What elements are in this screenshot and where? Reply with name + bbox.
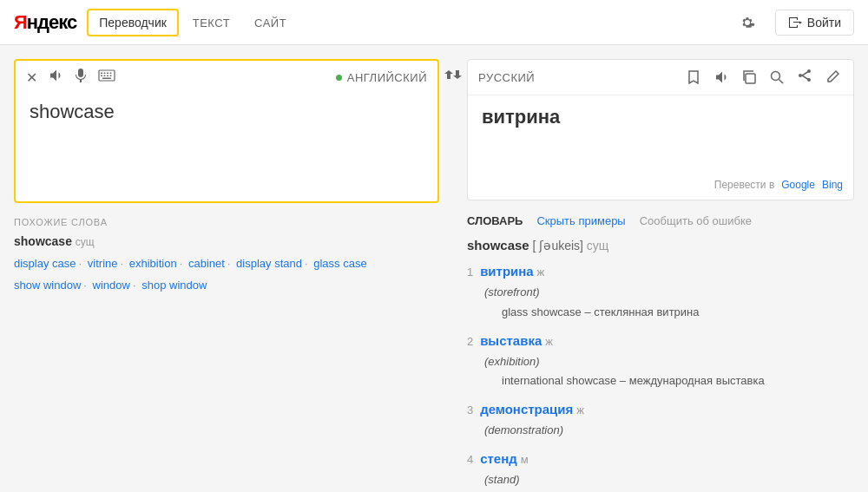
dict-gender-3: ж [576, 403, 584, 417]
tab-site[interactable]: САЙТ [244, 11, 297, 35]
link-cabinet[interactable]: cabinet [188, 257, 225, 270]
svg-point-13 [807, 69, 811, 73]
source-lang-text: АНГЛИЙСКИЙ [347, 71, 427, 84]
dict-translation-3[interactable]: демонстрация [480, 402, 573, 417]
similar-section: ПОХОЖИЕ СЛОВА showcase сущ display case·… [14, 217, 439, 296]
login-button[interactable]: Войти [775, 10, 854, 36]
speaker-right-icon[interactable] [711, 67, 732, 88]
svg-rect-3 [107, 73, 108, 75]
settings-button[interactable] [733, 9, 761, 36]
dict-translation-1[interactable]: витрина [480, 264, 534, 279]
bookmark-icon[interactable] [683, 67, 704, 88]
dict-translation-2[interactable]: выставка [480, 333, 542, 348]
svg-rect-8 [110, 75, 112, 77]
google-translate-link[interactable]: Google [781, 179, 815, 191]
dict-translation-4[interactable]: стенд [480, 451, 517, 466]
link-show-window[interactable]: show window [14, 279, 81, 292]
bing-translate-link[interactable]: Bing [822, 179, 843, 191]
dict-subexample-2: international showcase – международная в… [502, 372, 854, 390]
similar-word-text[interactable]: showcase [14, 234, 72, 248]
target-box: РУССКИЙ [467, 59, 854, 200]
mic-svg [74, 68, 88, 83]
link-display-stand[interactable]: display stand [236, 257, 302, 270]
dict-entry-3: 3 демонстрация ж (demonstration) [467, 399, 854, 440]
dict-num-3: 3 [467, 403, 473, 417]
svg-rect-4 [110, 73, 112, 75]
header: Яндекс Переводчик ТЕКСТ САЙТ Войти [0, 0, 868, 45]
svg-rect-5 [101, 75, 102, 77]
translation-area: витрина Перевести в Google Bing [468, 95, 853, 200]
similar-word: showcase сущ [14, 234, 439, 248]
edit-icon[interactable] [822, 67, 843, 88]
source-box: ✕ [14, 59, 439, 203]
lang-dot [336, 75, 342, 81]
report-error-link[interactable]: Сообщить об ошибке [640, 214, 752, 227]
svg-rect-6 [104, 75, 106, 77]
svg-rect-9 [102, 78, 111, 80]
keyboard-icon[interactable] [98, 69, 115, 85]
keyboard-svg [98, 69, 115, 82]
target-toolbar: РУССКИЙ [468, 60, 853, 95]
target-lang-label: РУССКИЙ [478, 71, 535, 84]
dict-num-2: 2 [467, 335, 473, 348]
link-glass-case[interactable]: glass case [313, 257, 366, 270]
dict-entry-4: 4 стенд м (stand) [467, 449, 854, 489]
right-panel: РУССКИЙ [467, 59, 854, 492]
swap-button[interactable] [439, 59, 467, 492]
logo-ndex: ндекс [27, 11, 76, 33]
svg-line-12 [779, 80, 784, 84]
dict-example-1: (storefront) [484, 284, 854, 302]
source-input[interactable]: showcase [30, 101, 424, 187]
dict-gender-2: ж [545, 335, 553, 348]
target-icons [683, 67, 843, 88]
tab-translator[interactable]: Переводчик [87, 9, 179, 36]
dictionary-section: СЛОВАРЬ Скрыть примеры Сообщить об ошибк… [467, 214, 854, 492]
dict-tab-label[interactable]: СЛОВАРЬ [467, 214, 523, 227]
similar-section-label: ПОХОЖИЕ СЛОВА [14, 217, 439, 227]
dict-num-1: 1 [467, 266, 473, 279]
dict-gender-4: м [521, 453, 529, 466]
dict-example-2: (exhibition) [484, 353, 854, 371]
link-exhibition[interactable]: exhibition [129, 257, 177, 270]
similar-pos: сущ [76, 236, 95, 248]
hide-examples-link[interactable]: Скрыть примеры [536, 214, 625, 227]
link-shop-window[interactable]: shop window [141, 279, 207, 292]
copy-icon[interactable] [739, 67, 760, 88]
source-lang-label: АНГЛИЙСКИЙ [336, 71, 427, 84]
main-nav: Переводчик ТЕКСТ САЙТ [87, 9, 297, 36]
logo-ya: Я [14, 11, 27, 33]
yandex-logo: Яндекс [14, 11, 76, 34]
input-area: showcase [16, 94, 437, 201]
speaker-svg [48, 68, 63, 83]
svg-rect-1 [101, 73, 102, 75]
mic-icon[interactable] [74, 68, 88, 87]
header-right: Войти [733, 9, 854, 36]
dict-subexample-1: glass showcase – стеклянная витрина [502, 304, 854, 322]
dict-gender-1: ж [537, 266, 545, 279]
similar-links-line2: show window· window· shop window [14, 275, 439, 295]
dict-entry-word: showcase [467, 238, 529, 253]
translate-links: Перевести в Google Bing [714, 179, 843, 191]
main-content: ✕ [0, 45, 868, 492]
tab-text[interactable]: ТЕКСТ [182, 11, 240, 35]
search-icon[interactable] [766, 67, 787, 88]
link-window[interactable]: window [93, 279, 130, 292]
dict-pos-noun: сущ [587, 239, 609, 253]
dict-toolbar: СЛОВАРЬ Скрыть примеры Сообщить об ошибк… [467, 214, 854, 227]
speaker-icon[interactable] [48, 68, 63, 87]
dict-num-4: 4 [467, 453, 473, 466]
svg-rect-10 [746, 74, 755, 83]
translate-in-label: Перевести в [714, 179, 774, 191]
gear-icon [739, 14, 756, 31]
share-icon[interactable] [794, 67, 815, 88]
dict-entry-1: 1 витрина ж (storefront) glass showcase … [467, 261, 854, 322]
dict-entry-2: 2 выставка ж (exhibition) international … [467, 331, 854, 391]
login-icon [788, 16, 802, 30]
svg-point-15 [799, 74, 802, 77]
clear-icon[interactable]: ✕ [26, 69, 37, 86]
link-display-case[interactable]: display case [14, 257, 76, 270]
swap-arrows-icon [444, 68, 462, 82]
link-vitrine[interactable]: vitrine [88, 257, 118, 270]
dict-example-3: (demonstration) [484, 422, 854, 440]
dict-entry-header: showcase [ ʃəukeis] сущ [467, 238, 854, 253]
